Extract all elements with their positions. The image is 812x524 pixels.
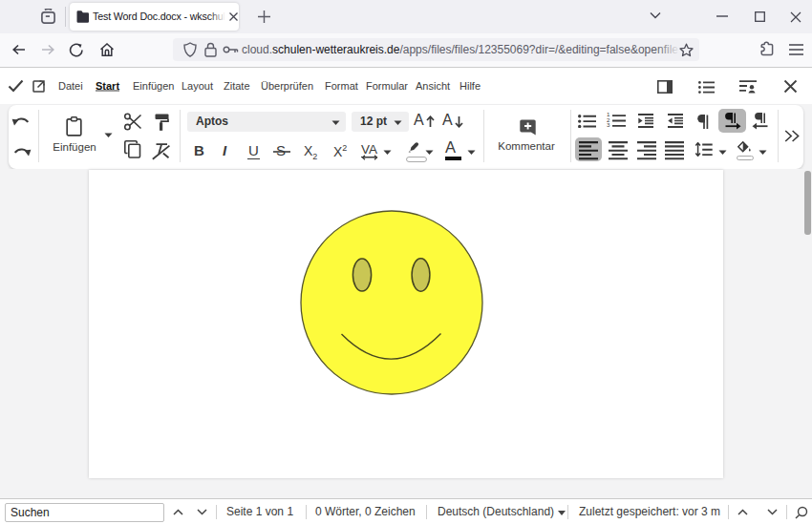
svg-text:3: 3 bbox=[607, 121, 610, 128]
